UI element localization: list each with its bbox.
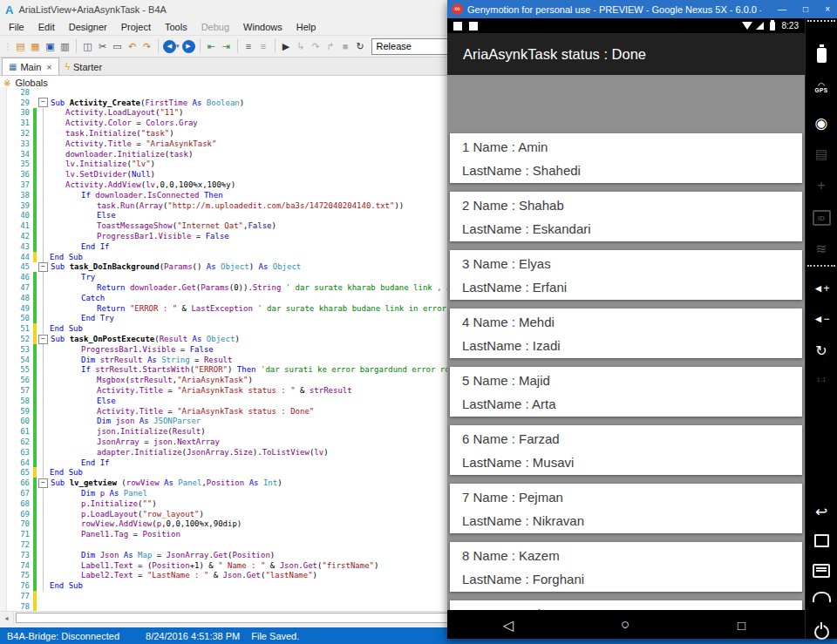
code-text[interactable]: Activity.Title = "AriaAsynkTask status :…	[50, 407, 314, 416]
menu-project[interactable]: Project	[114, 20, 158, 34]
code-text[interactable]: Dim p As Panel	[50, 489, 147, 498]
list-item[interactable]: 2 Name : ShahabLastName : Eskandari	[450, 192, 802, 241]
code-text[interactable]: task.Initialize("task")	[50, 129, 174, 138]
line-number[interactable]: 39	[7, 201, 33, 210]
android-power-icon[interactable]	[806, 625, 837, 640]
code-text[interactable]: End Sub	[50, 253, 83, 261]
line-number[interactable]: 57	[7, 386, 33, 395]
line-number[interactable]: 53	[7, 345, 33, 354]
line-number[interactable]: 47	[7, 283, 33, 292]
find-icon[interactable]: ▥	[58, 38, 72, 54]
code-text[interactable]: End If	[50, 242, 110, 251]
stop-icon[interactable]: ■	[338, 38, 353, 54]
list-item[interactable]: 3 Name : ElyasLastName : Erfani	[450, 250, 802, 300]
maximize-button[interactable]: □	[803, 4, 808, 14]
line-number[interactable]: 32	[7, 129, 33, 138]
code-text[interactable]: Label1.Text = (Position+1) & " Name : " …	[50, 561, 378, 570]
line-number[interactable]: 31	[7, 119, 33, 127]
line-number[interactable]: 67	[7, 489, 33, 498]
code-text[interactable]: Label2.Text = "LastName : " & Json.Get("…	[50, 571, 317, 580]
volume-up-icon[interactable]: ◄+	[806, 282, 837, 295]
menu-file[interactable]: File	[2, 20, 31, 34]
fold-toggle-icon[interactable]: −	[38, 262, 48, 272]
indent-icon[interactable]: ⇥	[219, 38, 234, 54]
line-number[interactable]: 44	[7, 253, 33, 261]
redo-icon[interactable]: ↷	[140, 38, 154, 54]
camera-icon[interactable]: ◉	[806, 114, 837, 132]
code-text[interactable]: p.LoadLayout("row_layout")	[50, 510, 204, 519]
line-number[interactable]: 50	[7, 314, 33, 322]
list-item[interactable]: 5 Name : MajidLastName : Arta	[450, 367, 802, 417]
step-out-icon[interactable]: ↱	[323, 38, 338, 54]
list-item[interactable]: 1 Name : AminLastName : Shahedi	[450, 133, 802, 183]
step-into-icon[interactable]: ↳	[294, 38, 309, 54]
code-text[interactable]: JsonArray = json.NextArray	[50, 437, 220, 446]
code-text[interactable]: End Sub	[50, 324, 83, 333]
line-number[interactable]: 65	[7, 468, 33, 477]
fold-toggle-icon[interactable]: −	[38, 98, 48, 107]
code-text[interactable]: Else	[50, 211, 116, 220]
line-number[interactable]: 59	[7, 407, 33, 416]
code-text[interactable]: Try	[50, 273, 95, 281]
code-text[interactable]: Sub task_DoInBackground(Params() As Obje…	[51, 262, 301, 271]
rotate-screen-icon[interactable]: ↻	[806, 342, 837, 359]
list-item[interactable]: 6 Name : FarzadLastName : Musavi	[450, 425, 802, 475]
code-text[interactable]: Activity.Title = "AriaAsynkTask status :…	[50, 386, 352, 395]
code-text[interactable]: Return downloader.Get(Params(0)).String …	[50, 283, 466, 292]
code-text[interactable]: adapter.Initialize(JsonArray.Size).ToLis…	[50, 448, 329, 457]
pixel-perfect-icon[interactable]: 1:1	[806, 376, 837, 383]
line-number[interactable]: 70	[7, 519, 33, 528]
code-text[interactable]: Dim strResult As String = Result	[50, 356, 232, 364]
rebuild-icon[interactable]: ↻	[353, 38, 368, 54]
line-number[interactable]: 45	[7, 262, 33, 271]
code-text[interactable]: task.Run(Array("http://m.uploadedit.com/…	[50, 201, 404, 210]
run-icon[interactable]: ▶	[279, 38, 294, 54]
line-number[interactable]: 76	[7, 581, 33, 590]
line-number[interactable]: 73	[7, 551, 33, 559]
code-text[interactable]: Activity.Title = "AriaAsynkTask"	[50, 139, 216, 148]
line-number[interactable]: 55	[7, 365, 33, 374]
remote-control-icon[interactable]: ≋	[806, 241, 837, 257]
line-number[interactable]: 38	[7, 191, 33, 200]
line-number[interactable]: 56	[7, 376, 33, 384]
line-number[interactable]: 69	[7, 510, 33, 519]
code-text[interactable]: downloader.Initialize(task)	[50, 150, 193, 159]
code-text[interactable]: Activity.Color = Colors.Gray	[50, 119, 198, 127]
line-number[interactable]: 42	[7, 232, 33, 241]
line-number[interactable]: 54	[7, 356, 33, 364]
line-number[interactable]: 58	[7, 397, 33, 405]
code-text[interactable]: End Try	[50, 314, 114, 322]
android-recents-icon[interactable]	[806, 534, 837, 547]
line-number[interactable]: 33	[7, 139, 33, 148]
code-text[interactable]: Sub lv_getview (rowView As Panel,Positio…	[51, 478, 282, 487]
cut-icon[interactable]: ✂	[95, 38, 110, 54]
menu-designer[interactable]: Designer	[62, 20, 114, 34]
copy-icon[interactable]: ◫	[80, 38, 95, 54]
code-text[interactable]: Dim Json As Map = JsonArray.Get(Position…	[50, 551, 275, 559]
nav-home-icon[interactable]: ○	[621, 616, 629, 634]
android-back-icon[interactable]: ↩	[806, 503, 837, 521]
line-number[interactable]: 52	[7, 335, 33, 343]
line-number[interactable]: 34	[7, 150, 33, 159]
line-number[interactable]: 37	[7, 180, 33, 189]
code-text[interactable]: Dim json As JSONParser	[50, 417, 201, 425]
line-number[interactable]: 28	[7, 88, 33, 97]
line-number[interactable]: 60	[7, 417, 33, 425]
new-file-icon[interactable]: ▤	[13, 38, 28, 54]
uncomment-selection-icon[interactable]: ≡	[256, 38, 271, 54]
code-text[interactable]: Catch	[50, 294, 105, 302]
step-over-icon[interactable]: ↷	[309, 38, 323, 54]
android-screen[interactable]: 8:23 AriaAsynkTask status : Done 1 Name …	[447, 18, 805, 639]
list-item[interactable]: 4 Name : MehdiLastName : Izadi	[450, 308, 802, 358]
scroll-left-arrow-icon[interactable]: ◂	[0, 612, 14, 624]
code-text[interactable]: json.Initialize(Result)	[50, 427, 206, 436]
code-text[interactable]: Panel1.Tag = Position	[50, 530, 180, 539]
line-number[interactable]: 40	[7, 211, 33, 220]
line-number[interactable]: 77	[7, 592, 33, 600]
line-number[interactable]: 43	[7, 242, 33, 251]
line-number[interactable]: 36	[7, 170, 33, 179]
line-number[interactable]: 48	[7, 294, 33, 302]
menu-windows[interactable]: Windows	[236, 20, 289, 34]
code-text[interactable]: lv.SetDivider(Null)	[50, 170, 155, 179]
line-number[interactable]: 41	[7, 221, 33, 230]
